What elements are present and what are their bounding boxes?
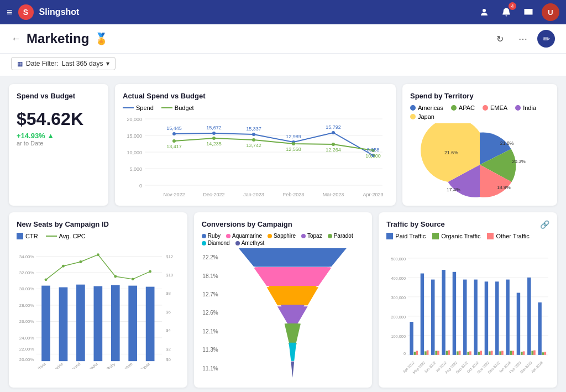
svg-text:21.6%: 21.6%	[444, 150, 458, 155]
other-label: Other Traffic	[496, 233, 529, 239]
spend-vs-budget-card: Spend vs Budget $54.62K +14.93% ▲ ar to …	[9, 84, 108, 206]
other-dot	[487, 233, 494, 239]
svg-text:Topaz: Topaz	[139, 361, 151, 369]
aquamarine-legend: Aquamarine	[226, 233, 262, 239]
more-options-button[interactable]: ⋯	[514, 30, 532, 48]
svg-text:$12: $12	[166, 254, 173, 259]
svg-text:20.00%: 20.00%	[19, 357, 34, 362]
svg-rect-152	[448, 351, 450, 355]
medal-icon: 🏅	[95, 32, 108, 45]
svg-text:Jan-2023: Jan-2023	[243, 192, 264, 197]
traffic-bar-chart: 500,000 400,000 300,000 200,000 100,000 …	[386, 243, 549, 375]
svg-point-25	[252, 138, 255, 142]
paid-dot	[386, 233, 393, 239]
svg-point-73	[132, 278, 134, 280]
user-profile-icon[interactable]	[475, 3, 493, 21]
svg-point-68	[45, 278, 48, 281]
topaz-legend: Topaz	[301, 233, 322, 239]
funnel-label-4: 12.6%	[202, 310, 218, 316]
ctr-dot	[17, 233, 23, 239]
actual-spend-title: Actual Spend vs Budget	[123, 92, 388, 100]
dashboard: Spend vs Budget $54.62K +14.93% ▲ ar to …	[0, 76, 566, 392]
filter-value: Last 365 days	[62, 60, 103, 67]
svg-text:15,337: 15,337	[246, 126, 261, 132]
svg-rect-159	[523, 351, 525, 354]
svg-text:32.00%: 32.00%	[19, 270, 34, 275]
pie-legend: Americas APAC EMEA India Japan	[410, 104, 549, 120]
svg-rect-138	[436, 351, 438, 355]
app-brand-name: Slingshot	[39, 7, 470, 17]
refresh-button[interactable]: ↻	[491, 30, 509, 48]
svg-rect-146	[521, 352, 523, 355]
sapphire-legend: Sapphire	[268, 233, 296, 239]
svg-rect-128	[463, 280, 467, 355]
svg-point-18	[212, 132, 216, 135]
svg-text:100,000: 100,000	[391, 334, 406, 339]
americas-legend: Americas	[410, 104, 443, 111]
svg-text:14,235: 14,235	[206, 141, 222, 147]
americas-label: Americas	[418, 104, 443, 111]
cpc-legend: Avg. CPC	[46, 233, 86, 239]
topaz-label: Topaz	[307, 233, 322, 239]
traffic-header: Traffic by Source 🔗	[386, 220, 549, 233]
svg-text:Feb-2023: Feb-2023	[283, 192, 305, 197]
svg-rect-150	[427, 351, 429, 355]
funnel-label-5: 12.1%	[202, 328, 218, 334]
avatar[interactable]: U	[542, 3, 559, 21]
svg-rect-127	[453, 272, 456, 355]
amethyst-dot	[235, 241, 240, 245]
japan-dot	[410, 114, 416, 119]
topaz-dot	[301, 234, 306, 238]
date-filter-chip[interactable]: ▦ Date Filter: Last 365 days ▾	[11, 57, 116, 70]
india-label: India	[523, 104, 536, 111]
new-seats-card: New Seats by Campaign ID CTR Avg. CPC 34…	[9, 212, 187, 388]
hamburger-menu[interactable]: ≡	[7, 7, 13, 18]
cpc-label: Avg. CPC	[59, 233, 86, 239]
header-actions: ↻ ⋯ ✏	[491, 30, 555, 48]
svg-rect-148	[542, 352, 544, 355]
svg-rect-160	[533, 351, 536, 355]
svg-point-72	[114, 275, 117, 278]
sapphire-dot	[268, 234, 272, 238]
funnel-label-6: 11.3%	[202, 347, 218, 353]
svg-text:28.00%: 28.00%	[19, 303, 34, 308]
svg-text:10,500: 10,500	[365, 153, 381, 159]
edit-button[interactable]: ✏	[537, 30, 555, 48]
svg-text:30.00%: 30.00%	[19, 286, 34, 291]
seats-legend: CTR Avg. CPC	[17, 233, 180, 239]
app-logo: S	[18, 4, 34, 20]
svg-rect-139	[446, 351, 448, 355]
svg-rect-144	[500, 351, 502, 354]
notifications-icon[interactable]: 4	[497, 3, 515, 21]
seats-bar-chart: 34.00% 32.00% 30.00% 28.00% 26.00% 24.00…	[17, 242, 180, 369]
svg-text:Dec-2022: Dec-2022	[203, 192, 224, 197]
page-title-row: ← Marketing 🏅	[11, 31, 108, 46]
link-icon[interactable]: 🔗	[540, 220, 549, 229]
back-button[interactable]: ←	[11, 33, 21, 45]
svg-text:Jun-2022: Jun-2022	[423, 360, 437, 374]
traffic-card: Traffic by Source 🔗 Paid Traffic Organic…	[379, 212, 557, 388]
svg-text:21.8%: 21.8%	[500, 140, 514, 146]
filter-bar: ▦ Date Filter: Last 365 days ▾	[0, 54, 566, 76]
svg-rect-153	[459, 351, 461, 355]
page-title: Marketing	[27, 31, 89, 46]
spend-value: $54.62K	[17, 109, 101, 129]
traffic-title: Traffic by Source	[386, 220, 444, 228]
spend-line-chart: 20,000 15,000 10,000 5,000 0 Nov-2022 De…	[123, 113, 388, 199]
other-legend: Other Traffic	[487, 233, 529, 239]
svg-text:$10: $10	[166, 273, 174, 278]
ctr-legend: CTR	[17, 233, 38, 239]
svg-text:Mar-2023: Mar-2023	[323, 192, 344, 197]
svg-marker-109	[289, 343, 296, 361]
svg-rect-142	[478, 352, 480, 355]
messages-icon[interactable]	[520, 3, 537, 21]
svg-text:300,000: 300,000	[391, 295, 406, 300]
conversions-card: Conversions by Campaign Ruby Aquamarine …	[194, 212, 373, 388]
top-navigation: ≡ S Slingshot 4 U	[0, 0, 566, 24]
actual-spend-card: Actual Spend vs Budget Spend Budget	[115, 84, 396, 206]
svg-point-26	[292, 142, 295, 145]
svg-text:Aquamarine: Aquamarine	[44, 362, 64, 369]
svg-text:10,000: 10,000	[127, 150, 142, 155]
svg-text:$0: $0	[166, 357, 171, 362]
funnel-y-labels: 22.2% 18.1% 12.7% 12.6% 12.1% 11.3% 11.1…	[202, 248, 221, 378]
